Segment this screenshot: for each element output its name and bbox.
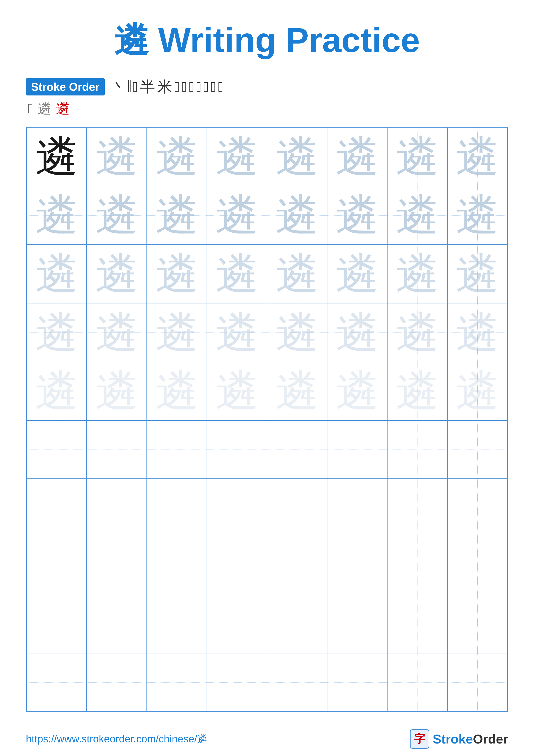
grid-cell[interactable] [147, 653, 207, 712]
grid-cell[interactable]: 遴 [447, 186, 507, 245]
grid-cell[interactable] [267, 595, 327, 653]
grid-cell[interactable]: 遴 [147, 245, 207, 303]
grid-cell[interactable]: 遴 [27, 127, 87, 186]
grid-cell[interactable]: 遴 [147, 362, 207, 420]
grid-cell[interactable] [387, 420, 447, 479]
grid-cell[interactable]: 遴 [387, 362, 447, 420]
title-section: 遴 Writing Practice [26, 17, 508, 64]
grid-cell[interactable] [447, 595, 507, 653]
grid-cell[interactable]: 遴 [387, 303, 447, 362]
grid-cell[interactable] [27, 653, 87, 712]
stroke-step-14: 遴 [38, 99, 51, 118]
grid-cell[interactable] [447, 479, 507, 537]
stroke-step-11: 𰯆 [211, 79, 216, 95]
practice-char: 遴 [216, 250, 259, 298]
grid-cell[interactable]: 遴 [87, 127, 147, 186]
grid-cell[interactable]: 遴 [207, 245, 267, 303]
grid-cell[interactable] [267, 653, 327, 712]
grid-cell[interactable] [147, 479, 207, 537]
grid-cell[interactable]: 遴 [387, 245, 447, 303]
grid-cell[interactable] [267, 420, 327, 479]
grid-cell[interactable] [207, 595, 267, 653]
grid-cell[interactable] [387, 479, 447, 537]
grid-cell[interactable] [327, 479, 387, 537]
grid-cell[interactable] [87, 420, 147, 479]
grid-cell[interactable] [447, 537, 507, 595]
grid-cell[interactable]: 遴 [207, 362, 267, 420]
grid-cell[interactable]: 遴 [327, 303, 387, 362]
grid-cell[interactable] [27, 537, 87, 595]
grid-cell[interactable] [267, 537, 327, 595]
grid-cell[interactable]: 遴 [267, 127, 327, 186]
grid-cell[interactable] [387, 595, 447, 653]
grid-cell[interactable]: 遴 [147, 303, 207, 362]
grid-cell[interactable]: 遴 [27, 186, 87, 245]
stroke-sequence-row1: 丶 𝄁 𠃋 半 米 𰯆 𰯆 𰯆 𰯆 𰯆 𰯆 𰯆 [111, 77, 223, 97]
grid-cell[interactable] [147, 537, 207, 595]
grid-cell[interactable]: 遴 [327, 186, 387, 245]
grid-cell[interactable] [207, 537, 267, 595]
grid-cell[interactable] [27, 420, 87, 479]
grid-cell[interactable]: 遴 [447, 245, 507, 303]
grid-cell[interactable]: 遴 [447, 127, 507, 186]
practice-char: 遴 [396, 133, 439, 180]
practice-char: 遴 [155, 133, 198, 180]
grid-cell[interactable]: 遴 [387, 127, 447, 186]
title-chinese-char: 遴 [114, 21, 149, 59]
grid-cell[interactable]: 遴 [207, 127, 267, 186]
page-title: 遴 Writing Practice [26, 17, 508, 64]
grid-cell[interactable]: 遴 [27, 362, 87, 420]
grid-cell[interactable]: 遴 [87, 186, 147, 245]
practice-char: 遴 [336, 309, 379, 356]
grid-cell[interactable] [207, 420, 267, 479]
grid-cell[interactable] [387, 537, 447, 595]
stroke-step-9: 𰯆 [196, 79, 201, 95]
grid-cell[interactable] [87, 653, 147, 712]
grid-cell[interactable] [447, 420, 507, 479]
grid-cell[interactable] [147, 595, 207, 653]
grid-cell[interactable] [147, 420, 207, 479]
grid-cell[interactable]: 遴 [207, 303, 267, 362]
grid-cell[interactable]: 遴 [207, 186, 267, 245]
grid-cell[interactable] [207, 653, 267, 712]
grid-cell[interactable] [327, 420, 387, 479]
grid-cell[interactable] [87, 537, 147, 595]
grid-cell[interactable]: 遴 [87, 303, 147, 362]
grid-cell[interactable]: 遴 [87, 362, 147, 420]
grid-cell[interactable] [267, 479, 327, 537]
stroke-order-badge: Stroke Order [26, 78, 105, 95]
grid-cell[interactable]: 遴 [147, 186, 207, 245]
table-row [27, 537, 507, 595]
stroke-step-8: 𰯆 [189, 79, 194, 95]
grid-cell[interactable]: 遴 [327, 362, 387, 420]
grid-cell[interactable]: 遴 [27, 245, 87, 303]
grid-cell[interactable]: 遴 [327, 245, 387, 303]
grid-cell[interactable] [87, 479, 147, 537]
practice-char: 遴 [275, 191, 318, 239]
grid-cell[interactable]: 遴 [447, 303, 507, 362]
grid-cell[interactable]: 遴 [267, 303, 327, 362]
grid-cell[interactable]: 遴 [87, 245, 147, 303]
grid-cell[interactable] [447, 653, 507, 712]
grid-cell[interactable] [327, 595, 387, 653]
grid-cell[interactable]: 遴 [27, 303, 87, 362]
grid-cell[interactable]: 遴 [387, 186, 447, 245]
grid-cell[interactable]: 遴 [267, 186, 327, 245]
grid-cell[interactable] [327, 653, 387, 712]
stroke-order-section: Stroke Order 丶 𝄁 𠃋 半 米 𰯆 𰯆 𰯆 𰯆 𰯆 𰯆 𰯆 𰯆 遴… [26, 77, 508, 118]
practice-char: 遴 [35, 250, 78, 298]
grid-cell[interactable]: 遴 [447, 362, 507, 420]
practice-char: 遴 [456, 133, 499, 180]
table-row: 遴 遴 遴 遴 遴 遴 遴 遴 [27, 186, 507, 245]
grid-cell[interactable] [387, 653, 447, 712]
grid-cell[interactable]: 遴 [267, 245, 327, 303]
grid-cell[interactable] [207, 479, 267, 537]
grid-cell[interactable] [327, 537, 387, 595]
footer-url-link[interactable]: https://www.strokeorder.com/chinese/遴 [26, 732, 207, 746]
grid-cell[interactable]: 遴 [267, 362, 327, 420]
grid-cell[interactable]: 遴 [327, 127, 387, 186]
grid-cell[interactable] [27, 595, 87, 653]
grid-cell[interactable] [27, 479, 87, 537]
grid-cell[interactable]: 遴 [147, 127, 207, 186]
grid-cell[interactable] [87, 595, 147, 653]
